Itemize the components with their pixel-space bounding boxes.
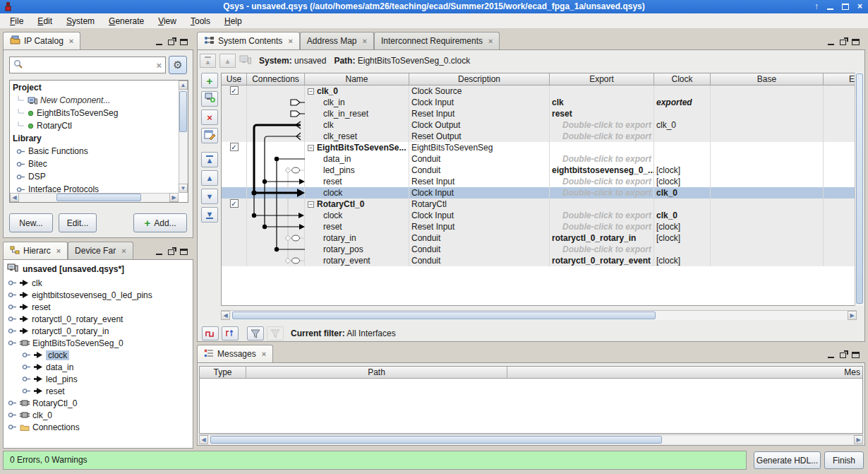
menu-system[interactable]: System (59, 14, 102, 28)
table-row[interactable]: resetReset InputDouble-click to export[c… (222, 176, 856, 187)
panel-minimize-icon[interactable] (828, 40, 834, 45)
table-row[interactable]: ✓−clk_0Clock Source (222, 85, 856, 97)
generate-hdl-button[interactable]: Generate HDL... (754, 451, 821, 469)
ip-tree-item[interactable]: Interface Protocols (11, 183, 178, 192)
scroll-right-icon[interactable]: ▶ (854, 435, 863, 444)
tab-ip-catalog[interactable]: IP Catalog × (3, 32, 80, 49)
move-up-button[interactable]: ▲ (201, 170, 218, 186)
ip-tree-item[interactable]: DSP (11, 170, 178, 183)
move-top-button[interactable]: ▲ (201, 152, 218, 167)
table-row[interactable]: led_pinsConduiteightbitstosevenseg_0_...… (222, 165, 856, 176)
menu-help[interactable]: Help (217, 14, 249, 28)
column-description[interactable]: Description (409, 73, 550, 85)
tree-handle-icon[interactable] (22, 388, 31, 394)
export-cell[interactable]: Double-click to export (550, 131, 654, 142)
ip-tree-item[interactable]: EightBitsToSevenSeg (11, 107, 178, 119)
panel-float-icon[interactable] (840, 352, 846, 358)
search-clear-icon[interactable]: × (156, 60, 162, 71)
export-cell[interactable] (550, 199, 654, 210)
add-system-button[interactable] (201, 91, 218, 107)
tree-handle-icon[interactable] (22, 364, 31, 370)
edit-button[interactable]: Edit... (59, 213, 97, 232)
tab-close-icon[interactable]: × (288, 37, 292, 45)
hierarchy-item[interactable]: reset (4, 385, 193, 397)
scroll-left-icon[interactable]: ◀ (199, 435, 208, 444)
tree-handle-icon[interactable] (22, 376, 31, 382)
export-cell[interactable]: eightbitstosevenseg_0_... (550, 165, 654, 176)
hierarchy-item[interactable]: clock (4, 349, 193, 361)
export-cell[interactable]: rotaryctl_0_rotary_event (550, 255, 654, 266)
tree-handle-icon[interactable] (8, 304, 17, 310)
export-cell[interactable]: Double-click to export (550, 153, 654, 165)
table-row[interactable]: clk_inClock Inputclkexported (222, 97, 856, 108)
hierarchy-root[interactable]: unsaved [unsaved.qsys*] (4, 263, 193, 275)
scroll-down-icon[interactable]: ▼ (179, 184, 188, 193)
tab-close-icon[interactable]: × (363, 37, 367, 45)
menu-generate[interactable]: Generate (102, 14, 151, 28)
shade-button[interactable]: ↑ (814, 0, 819, 13)
export-cell[interactable]: Double-click to export (550, 210, 654, 221)
panel-maximize-icon[interactable] (180, 39, 188, 45)
hierarchy-item[interactable]: rotaryctl_0_rotary_in (4, 325, 193, 337)
column-path[interactable]: Path (246, 367, 507, 378)
export-cell[interactable]: Double-click to export (550, 187, 654, 199)
tab-close-icon[interactable]: × (262, 350, 266, 358)
tab-messages[interactable]: Messages × (197, 345, 273, 362)
column-message[interactable]: Mes (507, 367, 862, 378)
hierarchy-item[interactable]: data_in (4, 361, 193, 373)
gear-icon[interactable]: ⚙ (169, 56, 187, 74)
use-checkbox[interactable]: ✓ (230, 143, 239, 151)
hierarchy-item[interactable]: rotaryctl_0_rotary_event (4, 313, 193, 325)
menu-file[interactable]: File (3, 14, 30, 28)
tree-handle-icon[interactable] (8, 424, 17, 430)
tab-address-map[interactable]: Address Map × (300, 32, 374, 49)
tab-interconnect-requirements[interactable]: Interconnect Requirements × (374, 32, 500, 49)
scrollbar-thumb[interactable] (232, 312, 656, 319)
tree-handle-icon[interactable] (8, 412, 17, 418)
table-row[interactable]: ✓−RotaryCtl_0RotaryCtl (222, 199, 856, 210)
table-row[interactable]: ✓−EightBitsToSevenSe...EightBitsToSevenS… (222, 142, 856, 153)
table-row[interactable]: rotary_posConduitDouble-click to export (222, 244, 856, 255)
scroll-left-icon[interactable]: ◀ (221, 311, 230, 320)
panel-minimize-icon[interactable] (156, 249, 162, 255)
ip-tree-item[interactable]: Bitec (11, 158, 178, 170)
table-row[interactable]: data_inConduitDouble-click to export (222, 153, 856, 165)
filter-button[interactable] (247, 326, 264, 340)
column-base[interactable]: Base (711, 73, 824, 85)
clear-filter-button[interactable] (267, 326, 284, 340)
tree-handle-icon[interactable] (8, 328, 17, 334)
ip-tree-item[interactable]: New Component... (11, 94, 178, 107)
ip-tree-item[interactable]: RotaryCtl (11, 119, 178, 132)
ip-tree-horizontal-scrollbar[interactable]: ◀ ▶ (10, 193, 179, 202)
maximize-button[interactable] (842, 4, 849, 10)
export-cell[interactable]: Double-click to export (550, 176, 654, 187)
scroll-left-icon[interactable]: ◀ (10, 193, 19, 202)
show-frequency-button[interactable] (222, 326, 239, 340)
add-button[interactable]: + Add... (133, 213, 187, 232)
panel-maximize-icon[interactable] (852, 39, 860, 45)
export-cell[interactable]: reset (550, 108, 654, 119)
column-name[interactable]: Name (305, 73, 409, 85)
menu-view[interactable]: View (151, 14, 183, 28)
show-clock-domains-button[interactable] (202, 326, 219, 340)
table-horizontal-scrollbar[interactable]: ◀ ▶ (221, 310, 857, 320)
tab-close-icon[interactable]: × (69, 37, 73, 45)
tree-handle-icon[interactable] (8, 292, 17, 298)
edit-item-button[interactable] (201, 128, 218, 143)
ip-tree-vertical-scrollbar[interactable]: ▲ ▼ (179, 81, 188, 193)
table-row[interactable]: rotary_eventConduitrotaryctl_0_rotary_ev… (222, 255, 856, 266)
table-row[interactable]: clk_in_resetReset Inputreset (222, 108, 856, 119)
tree-handle-icon[interactable] (8, 340, 17, 346)
export-cell[interactable] (550, 142, 654, 153)
column-export[interactable]: Export (550, 73, 654, 85)
hierarchy-item[interactable]: RotaryCtl_0 (4, 397, 193, 409)
move-up-button[interactable]: ▲ (219, 54, 236, 68)
table-row[interactable]: clkClock OutputDouble-click to exportclk… (222, 119, 856, 131)
export-cell[interactable] (550, 85, 654, 97)
tab-hierarchy[interactable]: Hierarc × (3, 242, 68, 259)
new-button[interactable]: New... (9, 213, 53, 232)
hierarchy-item[interactable]: EightBitsToSevenSeg_0 (4, 337, 193, 349)
close-button[interactable]: × (857, 0, 862, 13)
collapse-icon[interactable]: − (308, 145, 314, 151)
column-clock[interactable]: Clock (654, 73, 711, 85)
